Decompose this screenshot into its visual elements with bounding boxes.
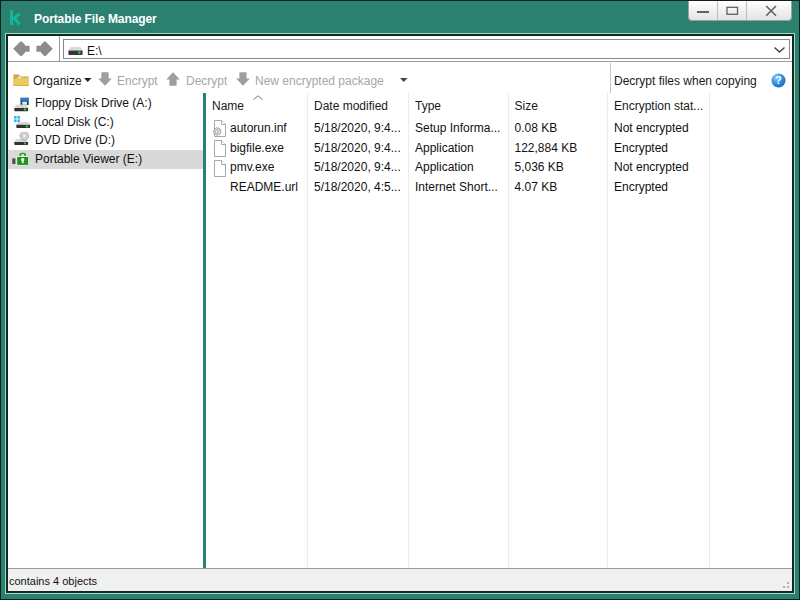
svg-text:?: ? [775,74,781,86]
